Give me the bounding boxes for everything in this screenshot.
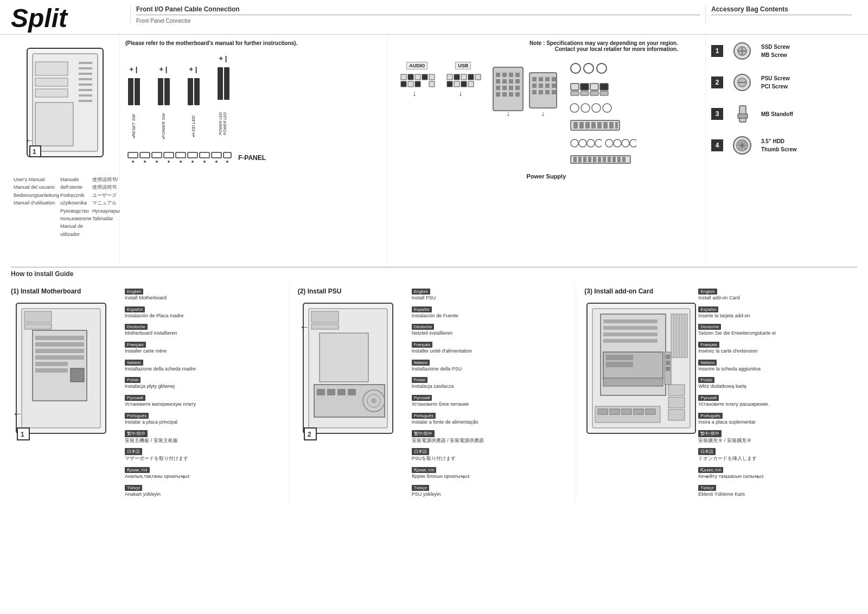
accessory-name-1b: MB Screw	[761, 51, 790, 59]
lang-item: Руководство пользователя	[60, 207, 91, 223]
lang-text: Inserire la scheda aggiuntiva	[698, 366, 857, 373]
accessory-item-1: 1 SSD Screw MB Screw	[711, 40, 852, 62]
svg-rect-128	[573, 157, 577, 162]
svg-rect-76	[496, 92, 500, 97]
svg-rect-157	[35, 336, 84, 340]
svg-rect-67	[515, 73, 520, 77]
lang-entry-it-3: Italiano Inserire la scheda aggiuntiva	[698, 359, 857, 374]
lang-entry-zh-3: 繁中/简中 安裝擴充卡 / 安裝擴充卡	[698, 430, 857, 446]
svg-rect-196	[603, 319, 658, 323]
hdd-led-label: •H.DD LED	[191, 110, 196, 143]
step1-text: English Install Motherboard Español Inst…	[125, 287, 284, 499]
lang-label: Français	[412, 342, 433, 348]
lang-text: Installazione della PSU	[412, 366, 571, 373]
svg-rect-65	[502, 73, 507, 77]
lang-entry-fr-1: Français Installer carte mère	[125, 341, 284, 356]
lang-text: ドオンカードを挿入します	[698, 456, 857, 462]
svg-rect-175	[317, 389, 325, 395]
svg-rect-51	[429, 81, 435, 87]
lang-text: Instalar a placa principal	[125, 419, 284, 426]
svg-text:↓: ↓	[506, 109, 510, 116]
svg-rect-53	[447, 74, 452, 80]
power-sw-connector: + | •POWER SW	[155, 65, 171, 143]
frontio-sub: Front Panel Connector	[136, 18, 700, 24]
svg-point-97	[597, 63, 607, 73]
lang-label: Polski	[412, 377, 427, 383]
lang-label: Қазақ тілі	[698, 467, 723, 473]
power-supply-label: Power Supply	[393, 173, 700, 180]
lang-entry-es-3: Español Inserte la tarjeta add-on	[698, 305, 857, 321]
reset-sw-label: •RESET SW	[131, 110, 136, 143]
svg-rect-30	[188, 152, 197, 158]
lang-text: Inserte la tarjeta add-on	[698, 313, 857, 319]
lang-entry-de-1: Deutsche Motherboard installieren	[125, 323, 284, 338]
lang-label: Türkçe	[125, 485, 142, 491]
install-guide: (1) Install Motherboard	[0, 282, 868, 504]
lang-col-2: Manuale dell'utente Podręcznik użytkowni…	[60, 176, 91, 238]
svg-rect-84	[545, 77, 550, 81]
svg-rect-134	[603, 157, 606, 162]
svg-rect-179	[311, 311, 339, 322]
lang-label: Қазақ тілі	[125, 467, 150, 473]
svg-rect-87	[539, 84, 543, 88]
reset-sw-connector: + | •RESET SW	[125, 65, 142, 143]
svg-rect-5	[79, 78, 92, 80]
lang-label: Español	[125, 306, 145, 312]
svg-rect-197	[603, 326, 658, 330]
svg-rect-138	[622, 157, 626, 162]
lang-entry-kz-2: Қазақ тілі Қорек блогын орнатыңыз	[412, 466, 571, 482]
lang-label: Italiano	[125, 360, 143, 366]
lang-item: Talimatlar	[92, 215, 119, 222]
lang-entry-fr-2: Français Installer unité d'alimentation	[412, 341, 571, 356]
svg-text:↓: ↓	[541, 109, 545, 116]
step3-image: (3) Install add-on Card	[584, 287, 693, 499]
accessory-name-1: SSD Screw	[761, 43, 790, 51]
svg-rect-66	[509, 73, 513, 77]
svg-rect-212	[622, 409, 631, 414]
accessory-item-4: 4 3.5" HDD Thumb Screw	[711, 135, 852, 156]
lang-text: Аналық тақтаны орнатыңыз	[125, 474, 284, 480]
svg-rect-31	[200, 152, 209, 158]
svg-rect-115	[597, 122, 602, 129]
svg-rect-105	[600, 91, 608, 95]
accessory-icon-ssd-screw	[729, 40, 756, 62]
lang-entry-pt-1: Português Instalar a placa principal	[125, 412, 284, 427]
svg-point-37	[168, 161, 170, 163]
svg-point-41	[215, 161, 218, 163]
lang-col-3: 使用说明书/使用说明书 ユーザーズマニュアル Нускаулары Talima…	[92, 176, 119, 238]
svg-rect-69	[502, 79, 507, 84]
lang-text: Installazione della scheda madre	[125, 366, 284, 373]
lang-label: Polski	[125, 377, 141, 383]
svg-rect-8	[79, 94, 92, 97]
lang-entry-de-2: Deutsche Netzteil installieren	[412, 323, 571, 338]
accessory-name-4b: Thumb Screw	[761, 145, 797, 154]
step2-text: English Install PSU Español Instalación …	[412, 287, 571, 499]
svg-rect-190	[606, 355, 633, 360]
lang-col-1: User's Manual Manual del usuario Bedienu…	[14, 176, 59, 238]
lang-label: 日本語	[412, 448, 429, 455]
lang-text: Installer carte mère	[125, 348, 284, 355]
lang-text: Install Motherboard	[125, 295, 284, 302]
svg-rect-213	[634, 409, 643, 414]
plus-sign: + |	[189, 65, 197, 73]
svg-rect-33	[224, 152, 231, 158]
svg-rect-177	[337, 389, 346, 395]
power-sw-label: •POWER SW	[161, 110, 166, 143]
lang-text: Установите материнскую плату	[125, 401, 284, 408]
fpanel-connector: F-PANEL	[125, 151, 381, 164]
svg-rect-214	[646, 409, 655, 414]
svg-rect-137	[617, 157, 621, 162]
header-sections: Front I/O Panel Cable Connection Front P…	[130, 5, 857, 24]
lang-entry-ja-3: 日本語 ドオンカードを挿入します	[698, 447, 857, 464]
svg-rect-59	[454, 81, 459, 87]
accessory-number-1: 1	[711, 45, 723, 57]
svg-rect-23	[218, 67, 223, 100]
svg-rect-3	[79, 67, 92, 69]
svg-point-124	[614, 139, 621, 147]
lang-text: PSU yükleyin	[412, 491, 571, 498]
svg-rect-88	[545, 84, 550, 88]
right-connectors	[569, 62, 636, 165]
svg-point-126	[630, 139, 636, 147]
lang-entry-ja-1: 日本語 マザーボードを取り付けます	[125, 447, 284, 464]
svg-text:↓: ↓	[458, 89, 462, 98]
